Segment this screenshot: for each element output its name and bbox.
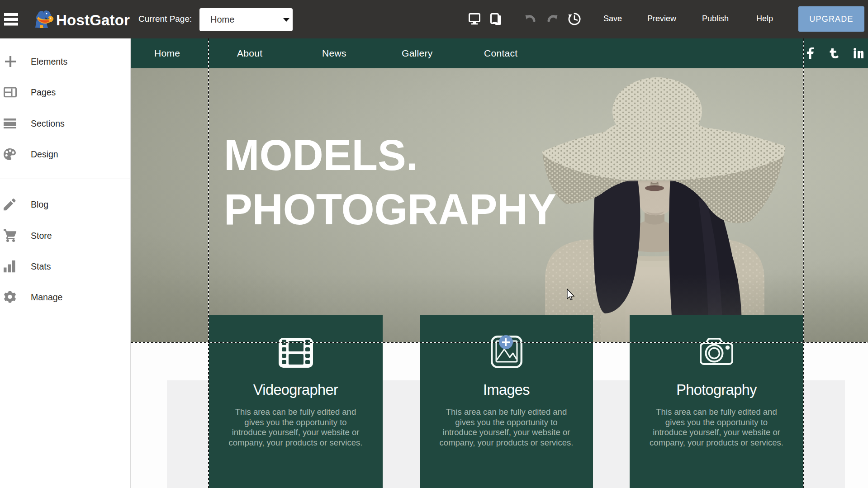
svg-text:PHOTOGRAPHY: PHOTOGRAPHY xyxy=(224,185,556,234)
svg-text:MODELS.: MODELS. xyxy=(224,130,418,180)
